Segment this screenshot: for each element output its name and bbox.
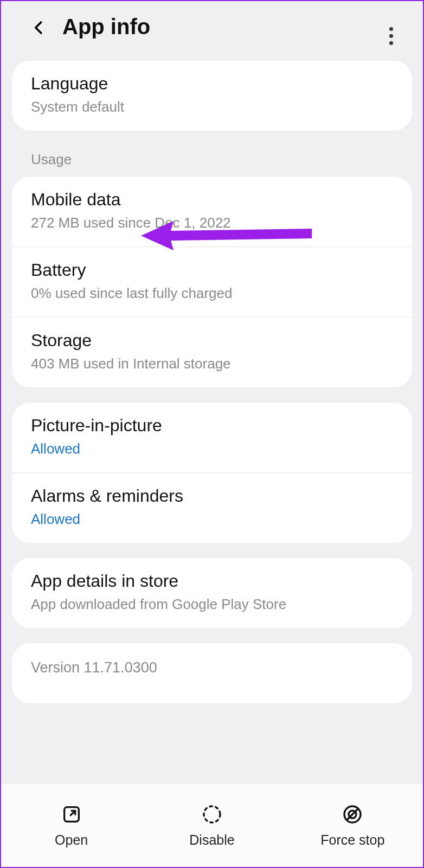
- bottom-action-bar: Open Disable Force stop: [1, 783, 423, 867]
- item-mobile-data[interactable]: Mobile data 272 MB used since Dec 1, 202…: [12, 177, 412, 247]
- item-title: Alarms & reminders: [31, 486, 393, 506]
- item-language[interactable]: Language System default: [12, 61, 412, 131]
- item-sub: 272 MB used since Dec 1, 2022: [31, 215, 393, 231]
- item-sub: Allowed: [31, 441, 393, 457]
- item-app-details-store[interactable]: App details in store App downloaded from…: [12, 558, 412, 628]
- item-title: App details in store: [31, 571, 393, 591]
- card-store: App details in store App downloaded from…: [12, 558, 412, 628]
- button-label: Open: [55, 832, 88, 848]
- app-bar: App info: [1, 1, 423, 55]
- card-permissions: Picture-in-picture Allowed Alarms & remi…: [12, 403, 412, 543]
- item-title: Mobile data: [31, 190, 393, 210]
- item-sub: App downloaded from Google Play Store: [31, 596, 393, 613]
- svg-point-2: [204, 806, 220, 822]
- force-stop-button[interactable]: Force stop: [283, 803, 422, 848]
- item-title: Storage: [31, 331, 393, 351]
- open-icon: [60, 803, 83, 826]
- more-icon[interactable]: [389, 24, 393, 48]
- page-title: App info: [62, 15, 150, 39]
- item-sub: 0% used since last fully charged: [31, 285, 393, 302]
- force-stop-icon: [341, 803, 364, 826]
- item-sub: 403 MB used in Internal storage: [31, 355, 393, 372]
- item-alarms[interactable]: Alarms & reminders Allowed: [12, 472, 412, 543]
- item-sub: Allowed: [31, 511, 393, 528]
- button-label: Force stop: [320, 832, 384, 848]
- item-storage[interactable]: Storage 403 MB used in Internal storage: [12, 317, 412, 387]
- item-title: Battery: [31, 260, 393, 280]
- card-usage: Mobile data 272 MB used since Dec 1, 202…: [12, 177, 412, 387]
- item-picture-in-picture[interactable]: Picture-in-picture Allowed: [12, 403, 412, 472]
- item-title: Language: [31, 74, 393, 94]
- version-text: Version 11.71.0300: [31, 659, 393, 676]
- item-title: Picture-in-picture: [31, 416, 393, 436]
- back-icon[interactable]: [31, 20, 46, 35]
- section-label-usage: Usage: [1, 146, 423, 177]
- disable-button[interactable]: Disable: [143, 803, 282, 848]
- card-version: Version 11.71.0300: [12, 643, 412, 703]
- item-battery[interactable]: Battery 0% used since last fully charged: [12, 247, 412, 317]
- disable-icon: [201, 803, 223, 826]
- card-language: Language System default: [12, 61, 412, 131]
- button-label: Disable: [189, 832, 234, 848]
- open-button[interactable]: Open: [2, 803, 141, 848]
- item-sub: System default: [31, 99, 393, 115]
